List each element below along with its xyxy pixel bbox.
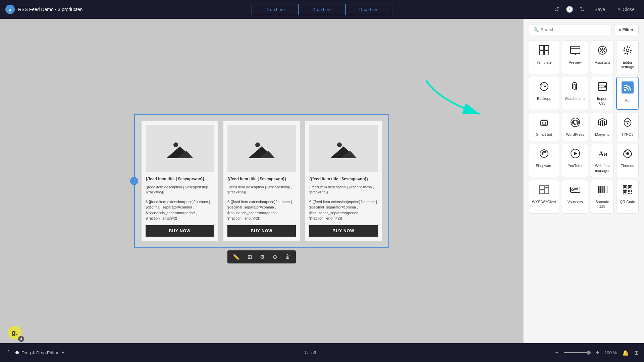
svg-rect-52 — [539, 190, 544, 194]
notifications-button[interactable]: 🔔 — [622, 350, 629, 356]
svg-rect-73 — [624, 191, 626, 193]
plugin-shopware-label: Shopware — [536, 163, 552, 168]
svg-rect-76 — [628, 193, 630, 194]
svg-point-49 — [626, 152, 629, 155]
svg-text:g: g — [9, 7, 11, 11]
plugin-qr-code[interactable]: QR Code — [616, 180, 639, 214]
plugin-smart-bot[interactable]: Smart bot — [529, 113, 559, 141]
canvas-handle[interactable]: ⋮ — [130, 177, 138, 185]
search-input[interactable] — [541, 27, 607, 32]
filters-button[interactable]: ≡ Filters — [614, 24, 639, 35]
status-menu-button[interactable]: ⋮ — [5, 349, 11, 356]
status-dot — [15, 351, 19, 354]
plugin-wysiwyg[interactable]: WYSIWYGizer — [529, 180, 559, 214]
plugin-assistant[interactable]: Assistant — [591, 41, 613, 74]
editor-settings-icon — [622, 45, 633, 57]
plugin-shopware[interactable]: Shopware — [529, 144, 559, 177]
plugin-vouchers[interactable]: Vouchers — [562, 180, 588, 214]
svg-point-26 — [602, 52, 603, 53]
product-price-1: € {{feed.item.extension(price)?number | … — [146, 199, 214, 221]
save-button[interactable]: Save — [590, 5, 609, 14]
plugin-typo3[interactable]: TYPO3 — [616, 113, 639, 141]
plugin-wordpress[interactable]: WordPress — [562, 113, 588, 141]
svg-point-28 — [626, 49, 629, 52]
plugin-template[interactable]: Template — [529, 41, 559, 74]
qr-code-icon — [622, 184, 633, 197]
add-toolbar-button[interactable]: ⊕ — [269, 250, 281, 263]
plugin-wysiwyg-label: WYSIWYGizer — [532, 199, 556, 204]
svg-rect-75 — [631, 190, 632, 192]
drop-zone-3[interactable]: Drop here — [345, 4, 392, 15]
assistant-icon — [597, 45, 608, 57]
vouchers-icon — [570, 184, 581, 197]
plugin-themes[interactable]: Themes — [616, 144, 639, 177]
magento-icon — [597, 117, 608, 129]
attachments-icon — [570, 81, 581, 94]
redo-button[interactable]: ↻ — [579, 4, 586, 14]
plugin-backups[interactable]: Backups — [529, 77, 559, 110]
grid-button[interactable]: ⊞ — [634, 350, 639, 356]
plugin-backups-label: Backups — [537, 96, 551, 101]
handle-icon: ⋮ — [132, 179, 137, 183]
drop-zone-1[interactable]: Drop here — [252, 4, 299, 15]
themes-icon — [622, 148, 633, 161]
plugin-editor-settings[interactable]: Editor settings — [616, 41, 639, 74]
editor-label: Drag & Drop Editor — [21, 350, 58, 355]
svg-point-38 — [542, 122, 543, 124]
status-bar: ⋮ Drag & Drop Editor ▼ ↻ off − + 100 % 🔔… — [0, 343, 644, 362]
plugin-youtube-label: YouTube — [568, 163, 582, 168]
buy-button-3[interactable]: BUY NOW — [309, 225, 378, 237]
plugin-web-font[interactable]: Aa Web font manager — [591, 144, 613, 177]
plugin-preview[interactable]: Preview — [562, 41, 588, 74]
svg-rect-50 — [539, 186, 544, 189]
search-icon: 🔍 — [533, 27, 539, 32]
product-desc-3: {{feed.item.description | $escape=strip … — [309, 185, 378, 195]
web-font-icon: Aa — [597, 148, 608, 161]
svg-point-20 — [598, 46, 606, 54]
delete-toolbar-button[interactable]: 🗑 — [281, 250, 294, 263]
history-button[interactable]: 🕐 — [565, 4, 575, 14]
settings-toolbar-button[interactable]: ⚙ — [256, 250, 269, 263]
barcode-icon — [597, 184, 608, 197]
right-panel: 🔍 ≡ Filters Template — [523, 19, 644, 343]
svg-marker-47 — [574, 152, 577, 155]
typo3-icon — [622, 117, 633, 129]
topbar: g RSS Feed Demo - 3 producten Drop here … — [0, 0, 644, 19]
plugin-import-csv[interactable]: Import Csv — [591, 77, 613, 110]
plugin-magento[interactable]: Magento — [591, 113, 613, 141]
plugin-assistant-label: Assistant — [595, 60, 610, 65]
rss-icon — [622, 81, 634, 95]
layout-toolbar-button[interactable]: ⊞ — [244, 250, 256, 263]
svg-point-35 — [624, 89, 626, 91]
plugin-template-label: Template — [537, 60, 552, 65]
product-title-1: {{feed.item.title | $escape=no}} — [146, 176, 214, 182]
close-button[interactable]: ✕ Close — [613, 5, 639, 14]
plugin-barcode[interactable]: Barcode 128 — [591, 180, 613, 214]
svg-rect-14 — [539, 51, 544, 55]
undo-button[interactable]: ↺ — [553, 4, 560, 14]
zoom-in-button[interactable]: + — [596, 350, 599, 356]
edit-toolbar-button[interactable]: ✏️ — [229, 250, 244, 263]
image-placeholder-1 — [166, 138, 193, 160]
zoom-bar-thumb[interactable] — [587, 351, 591, 355]
smart-bot-icon — [539, 117, 549, 129]
plugin-editor-settings-label: Editor settings — [619, 60, 636, 70]
product-desc-2: {{feed.item.description | $escape=strip … — [227, 185, 296, 195]
drop-zones: Drop here Drop here Drop here — [252, 4, 392, 15]
search-input-container: 🔍 — [529, 24, 611, 35]
zoom-bar — [564, 352, 591, 353]
drop-zone-2[interactable]: Drop here — [299, 4, 345, 15]
plugin-magento-label: Magento — [595, 132, 609, 137]
status-refresh-icon[interactable]: ↻ — [304, 350, 309, 356]
svg-rect-34 — [622, 81, 634, 94]
plugin-attachments[interactable]: Attachments — [562, 77, 588, 110]
plugin-vouchers-label: Vouchers — [568, 199, 583, 204]
buy-button-1[interactable]: BUY NOW — [146, 225, 214, 237]
template-icon — [539, 45, 549, 57]
buy-button-2[interactable]: BUY NOW — [227, 225, 296, 237]
plugin-smart-bot-label: Smart bot — [536, 132, 552, 137]
zoom-out-button[interactable]: − — [555, 350, 558, 356]
svg-rect-69 — [624, 186, 626, 188]
plugin-rss[interactable]: R... — [616, 77, 639, 110]
plugin-youtube[interactable]: YouTube — [562, 144, 588, 177]
